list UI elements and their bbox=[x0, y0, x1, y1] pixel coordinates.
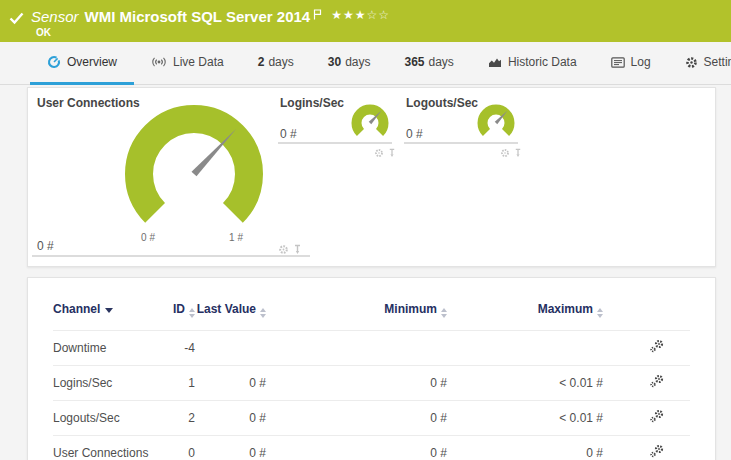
logouts-gauge-block: Logouts/Sec 0 # bbox=[404, 94, 522, 158]
channel-minimum: 0 # bbox=[266, 436, 447, 460]
tab-30-days[interactable]: 30 days bbox=[311, 42, 388, 85]
gauge-scale-max: 1 # bbox=[220, 232, 252, 243]
gauge-scale-min: 0 # bbox=[132, 232, 164, 243]
sort-toggle-icon bbox=[597, 308, 603, 318]
channel-name[interactable]: Logins/Sec bbox=[53, 366, 153, 401]
object-kind-label: Sensor bbox=[31, 8, 79, 25]
favorite-rating[interactable]: ★★★☆☆ bbox=[331, 7, 390, 24]
logouts-value: 0 # bbox=[406, 127, 423, 141]
column-header-last-value[interactable]: Last Value bbox=[195, 298, 266, 331]
column-label: Channel bbox=[53, 302, 100, 316]
edit-channel-gears-icon[interactable] bbox=[649, 343, 665, 357]
header-text-block: Sensor WMI Microsoft SQL Server 2014 ★★★… bbox=[31, 8, 390, 38]
gauge-action-icons bbox=[500, 144, 522, 162]
channel-minimum: 0 # bbox=[266, 366, 447, 401]
sort-descending-icon bbox=[105, 308, 113, 313]
channel-id: 0 bbox=[153, 436, 195, 460]
tab-label: Historic Data bbox=[508, 55, 577, 69]
gauge-icon bbox=[47, 55, 61, 69]
sort-toggle-icon bbox=[441, 308, 447, 318]
sort-toggle-icon bbox=[260, 308, 266, 318]
channel-maximum: < 0.01 # bbox=[447, 366, 603, 401]
tab-label: days bbox=[268, 55, 293, 69]
tab-live-data[interactable]: Live Data bbox=[134, 42, 241, 85]
channel-maximum: 0 # bbox=[447, 436, 603, 460]
tab-overview[interactable]: Overview bbox=[30, 42, 134, 85]
gauge-settings-gear-icon[interactable] bbox=[374, 144, 384, 162]
rating-stars-filled: ★★★ bbox=[331, 8, 366, 22]
channel-name[interactable]: Downtime bbox=[53, 331, 153, 366]
channel-maximum bbox=[447, 331, 603, 366]
channel-id: -4 bbox=[153, 331, 195, 366]
tab-log[interactable]: Log bbox=[594, 42, 668, 85]
logins-value: 0 # bbox=[280, 127, 297, 141]
chart-icon bbox=[488, 56, 502, 68]
column-header-minimum[interactable]: Minimum bbox=[266, 298, 447, 331]
table-row[interactable]: Logouts/Sec 2 0 # 0 # < 0.01 # bbox=[53, 401, 690, 436]
status-badge: OK bbox=[36, 27, 390, 38]
gauge-title-logins: Logins/Sec bbox=[280, 96, 344, 110]
gauges-panel: User Connections 0 # 1 # 0 # Logins/Sec … bbox=[27, 87, 716, 267]
column-header-id[interactable]: ID bbox=[153, 298, 195, 331]
gauge-divider bbox=[32, 255, 310, 257]
gauge-settings-gear-icon[interactable] bbox=[500, 144, 510, 162]
column-label: Maximum bbox=[538, 302, 593, 316]
tab-label: Settings bbox=[704, 55, 731, 69]
rating-stars-empty: ☆☆ bbox=[366, 8, 390, 22]
channels-table: Channel ID Last Value Minimum Maximum bbox=[53, 298, 690, 460]
live-broadcast-icon bbox=[151, 56, 167, 68]
user-connections-gauge bbox=[119, 96, 269, 246]
tab-historic-data[interactable]: Historic Data bbox=[471, 42, 594, 85]
tab-number: 365 bbox=[404, 55, 424, 69]
gauge-title-logouts: Logouts/Sec bbox=[406, 96, 478, 110]
channel-maximum: < 0.01 # bbox=[447, 401, 603, 436]
channel-minimum bbox=[266, 331, 447, 366]
channel-minimum: 0 # bbox=[266, 401, 447, 436]
column-label: Minimum bbox=[384, 302, 437, 316]
logouts-gauge bbox=[473, 98, 519, 144]
tab-label: Overview bbox=[67, 55, 117, 69]
edit-channel-gears-icon[interactable] bbox=[649, 378, 665, 392]
logins-gauge bbox=[347, 98, 393, 144]
table-row[interactable]: Logins/Sec 1 0 # 0 # < 0.01 # bbox=[53, 366, 690, 401]
channel-last-value: 0 # bbox=[195, 366, 266, 401]
tab-number: 30 bbox=[328, 55, 341, 69]
channel-name[interactable]: User Connections bbox=[53, 436, 153, 460]
pin-icon[interactable] bbox=[388, 144, 396, 162]
column-header-maximum[interactable]: Maximum bbox=[447, 298, 603, 331]
log-list-icon bbox=[611, 57, 625, 68]
tab-label: days bbox=[345, 55, 370, 69]
column-label: ID bbox=[173, 302, 185, 316]
gauge-action-icons bbox=[374, 144, 396, 162]
tab-label: Live Data bbox=[173, 55, 224, 69]
column-header-actions bbox=[603, 298, 690, 331]
channel-last-value bbox=[195, 331, 266, 366]
channel-id: 2 bbox=[153, 401, 195, 436]
priority-flag-icon[interactable] bbox=[313, 6, 322, 23]
tab-365-days[interactable]: 365 days bbox=[387, 42, 470, 85]
table-row[interactable]: User Connections 0 0 # 0 # 0 # bbox=[53, 436, 690, 460]
table-header-row: Channel ID Last Value Minimum Maximum bbox=[53, 298, 690, 331]
gear-icon bbox=[685, 56, 698, 69]
channel-last-value: 0 # bbox=[195, 436, 266, 460]
page-title: WMI Microsoft SQL Server 2014 bbox=[85, 8, 311, 25]
table-row[interactable]: Downtime -4 bbox=[53, 331, 690, 366]
status-ok-check-icon bbox=[9, 11, 24, 29]
tab-label: days bbox=[429, 55, 454, 69]
column-header-channel[interactable]: Channel bbox=[53, 298, 153, 331]
edit-channel-gears-icon[interactable] bbox=[649, 448, 665, 460]
edit-channel-gears-icon[interactable] bbox=[649, 413, 665, 427]
tab-settings[interactable]: Settings bbox=[668, 42, 731, 85]
column-label: Last Value bbox=[197, 302, 256, 316]
tab-2-days[interactable]: 2 days bbox=[241, 42, 311, 85]
sensor-header: Sensor WMI Microsoft SQL Server 2014 ★★★… bbox=[0, 0, 731, 42]
channel-name[interactable]: Logouts/Sec bbox=[53, 401, 153, 436]
sort-toggle-icon bbox=[189, 308, 195, 318]
channel-id: 1 bbox=[153, 366, 195, 401]
tab-number: 2 bbox=[258, 55, 265, 69]
user-connections-value: 0 # bbox=[37, 239, 54, 253]
channels-panel: Channel ID Last Value Minimum Maximum bbox=[27, 277, 716, 460]
tab-label: Log bbox=[631, 55, 651, 69]
logins-gauge-block: Logins/Sec 0 # bbox=[278, 94, 396, 158]
pin-icon[interactable] bbox=[514, 144, 522, 162]
